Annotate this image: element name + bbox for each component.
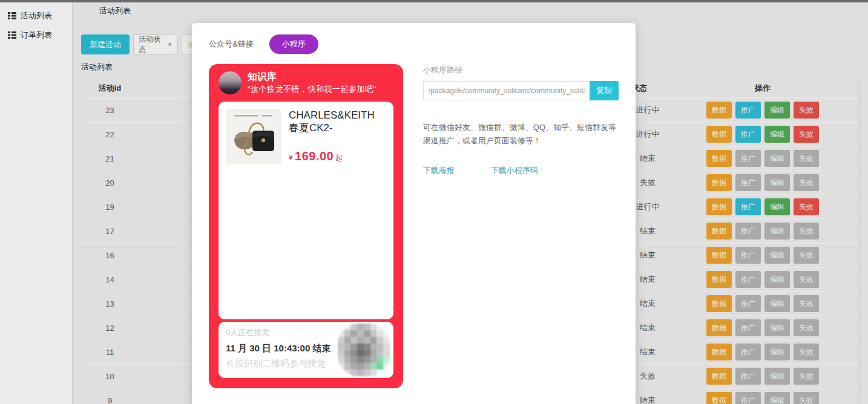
share-card-header: 知识库 "这个接龙不错，快和我一起参加吧" bbox=[219, 70, 393, 96]
share-modal: 公众号&链接 小程序 知识库 "这个接龙不错，快和我一起参加吧" bbox=[192, 23, 636, 404]
product-card: CHARLES&KEITH 春夏CK2-20270602… ¥ 169.00 起 bbox=[219, 102, 393, 319]
download-poster-link[interactable]: 下载海报 bbox=[423, 165, 455, 176]
screen: 活动列表 订单列表 活动列表 新建活动 活动状态 ▼ 活动列表 bbox=[0, 0, 868, 404]
currency-symbol: ¥ bbox=[289, 154, 293, 162]
product-image bbox=[226, 109, 281, 165]
miniprogram-path-input[interactable] bbox=[423, 81, 590, 100]
qr-code bbox=[338, 324, 390, 376]
tab-official-account-link[interactable]: 公众号&链接 bbox=[209, 39, 254, 50]
card-nickname: 知识库 bbox=[248, 70, 376, 83]
product-price: ¥ 169.00 起 bbox=[289, 149, 386, 163]
modal-right-column: 小程序路径 复制 可在微信好友、微信群、微博、QQ、知乎、短信群发等渠道推广，或… bbox=[423, 64, 619, 388]
avatar bbox=[219, 71, 242, 94]
copy-button[interactable]: 复制 bbox=[590, 81, 619, 100]
modal-tabs: 公众号&链接 小程序 bbox=[209, 34, 619, 54]
miniprogram-path-label: 小程序路径 bbox=[423, 65, 619, 76]
card-quote: "这个接龙不错，快和我一起参加吧" bbox=[248, 83, 376, 96]
product-title: CHARLES&KEITH 春夏CK2-20270602… bbox=[289, 109, 386, 134]
tab-mini-program[interactable]: 小程序 bbox=[269, 34, 318, 54]
promo-tip: 可在微信好友、微信群、微博、QQ、知乎、短信群发等渠道推广，或者用户页面装修等！ bbox=[423, 121, 618, 148]
download-qrcode-link[interactable]: 下载小程序码 bbox=[491, 165, 538, 176]
share-card: 知识库 "这个接龙不错，快和我一起参加吧" bbox=[209, 64, 403, 388]
card-footer: 0人正在接龙 11 月 30 日 10:43:00 结束 长按识别二维码参与接龙 bbox=[219, 322, 393, 378]
